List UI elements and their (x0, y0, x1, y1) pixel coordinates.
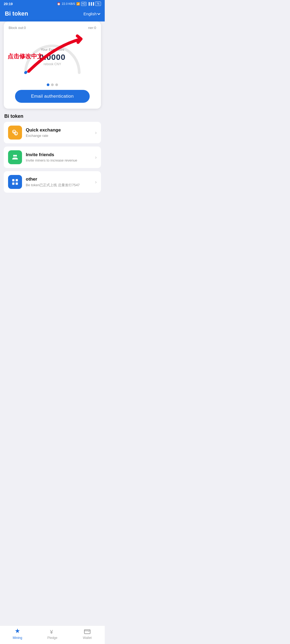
signal-icon: ▐▐▐ (88, 2, 94, 5)
bi-token-section-title: Bi token (0, 109, 105, 122)
other-icon-bg (8, 175, 22, 189)
wifi-icon: 📶 (76, 2, 80, 6)
quick-exchange-title: Quick exchange (26, 127, 91, 133)
other-item[interactable]: other Be token已正式上线 总量发行7547 › (4, 171, 101, 193)
quick-exchange-text: Quick exchange Exchange rate (26, 127, 91, 138)
other-chevron: › (95, 179, 97, 185)
quick-exchange-subtitle: Exchange rate (26, 134, 91, 138)
bottom-spacer (0, 196, 105, 217)
block-out-label: Block out:0 (9, 26, 26, 30)
svg-rect-8 (16, 179, 18, 181)
dot-indicator (9, 83, 96, 86)
svg-rect-10 (16, 182, 18, 185)
dot-1 (47, 83, 49, 86)
other-title: other (26, 177, 91, 182)
language-selector[interactable]: English (84, 12, 100, 16)
speed-indicator: 22.0 KB/S (62, 2, 75, 5)
expenses-unit: rebook CNY (39, 62, 66, 66)
app-title: Bi token (5, 10, 28, 17)
main-stats-card: Block out:0 ner:0 Your Expenses 0.0000 r… (4, 21, 101, 109)
other-text: other Be token已正式上线 总量发行7547 (26, 177, 91, 188)
card-header-row: Block out:0 ner:0 (9, 26, 96, 30)
chevron-down-icon (97, 12, 100, 15)
expenses-value: 0.0000 (39, 53, 66, 62)
email-auth-button[interactable]: Email authentication (15, 90, 89, 103)
svg-text:$: $ (13, 131, 15, 133)
dot-2 (51, 83, 54, 86)
quick-exchange-chevron: › (95, 130, 97, 136)
invite-friends-item[interactable]: Invite friends Invite miners to increase… (4, 147, 101, 168)
alarm-icon: ⏰ (57, 2, 61, 6)
other-subtitle: Be token已正式上线 总量发行7547 (26, 183, 91, 188)
svg-text:$: $ (15, 133, 17, 135)
svg-rect-7 (12, 179, 15, 181)
svg-point-5 (13, 155, 15, 157)
invite-friends-title: Invite friends (26, 152, 91, 158)
friends-icon (11, 153, 19, 161)
quick-exchange-item[interactable]: $ $ Quick exchange Exchange rate › (4, 122, 101, 143)
grid-icon (11, 178, 19, 186)
app-header: Bi token English (0, 8, 105, 21)
status-time: 20:19 (4, 2, 13, 6)
language-label: English (84, 12, 97, 16)
invite-friends-icon-bg (8, 150, 22, 164)
hd-icon: HD (81, 2, 86, 6)
coins-icon: $ $ (11, 129, 19, 136)
expenses-label: Your Expenses (39, 47, 66, 52)
gauge-container: Your Expenses 0.0000 rebook CNY (9, 32, 96, 81)
invite-friends-text: Invite friends Invite miners to increase… (26, 152, 91, 162)
svg-point-6 (15, 155, 17, 157)
svg-rect-9 (12, 182, 15, 185)
status-bar: 20:19 ⏰ 22.0 KB/S 📶 HD ▐▐▐ 76 (0, 0, 105, 8)
status-icons: ⏰ 22.0 KB/S 📶 HD ▐▐▐ 76 (57, 2, 101, 6)
invite-friends-chevron: › (95, 155, 97, 160)
quick-exchange-icon-bg: $ $ (8, 126, 22, 140)
dot-3 (55, 83, 58, 86)
gauge-center: Your Expenses 0.0000 rebook CNY (39, 47, 66, 66)
miner-label: ner:0 (88, 26, 96, 30)
invite-friends-subtitle: Invite miners to increase revenue (26, 158, 91, 162)
battery-icon: 76 (95, 2, 101, 6)
